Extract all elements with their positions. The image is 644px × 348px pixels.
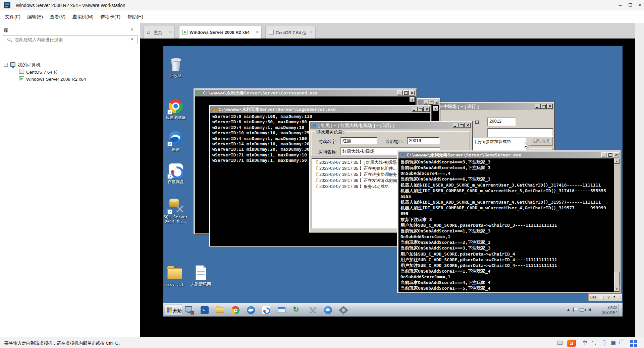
minimize-icon[interactable] — [397, 90, 403, 95]
language-bar-grip[interactable]: ⋮ — [619, 295, 623, 300]
fishing-window-titlebar[interactable]: 鱼-中级场 ] -- [ 运行 ] — [432, 103, 553, 110]
close-icon[interactable] — [424, 107, 430, 112]
gameserver-console-window[interactable]: C:\wwwww\永利无毒Server\Server\GameServer.ex… — [397, 150, 621, 293]
correspond-titlebar[interactable]: ↻ C:\wwwww\永利无毒Server\Server\Correspond.… — [195, 90, 416, 96]
taskbar-thunder-icon[interactable] — [246, 305, 256, 315]
menu-edit[interactable]: 编辑(E) — [24, 10, 46, 23]
punctuation-icon[interactable]: '， — [592, 340, 598, 346]
desktop-icon-thunder[interactable]: ↗ 迅雷 — [160, 130, 192, 152]
taskbar-tools-icon[interactable] — [308, 305, 318, 315]
close-icon[interactable] — [465, 123, 471, 128]
listen-port-box[interactable]: 20019 — [407, 137, 440, 144]
taskbar-server-manager-icon[interactable] — [184, 305, 194, 315]
game-name-box[interactable]: 红黑 — [340, 137, 377, 144]
scroll-down-icon[interactable]: ▼ — [614, 287, 620, 292]
language-bar[interactable]: CH ? ▼ ⋮ — [588, 293, 622, 301]
window-maximize-button[interactable]: ❐ — [625, 0, 635, 10]
menu-tabs[interactable]: 选项卡(T) — [98, 10, 123, 23]
shortcut-arrow-icon: ↗ — [167, 209, 172, 214]
close-icon[interactable] — [547, 104, 553, 109]
redblack-titlebar[interactable]: [ 红黑 ] -- [ 红黑大战-初级场 ] -- [ 运行 ] — [310, 122, 471, 129]
search-input[interactable] — [15, 37, 125, 43]
volume-tray-icon[interactable] — [588, 308, 591, 311]
logonserver-titlebar[interactable]: o- C:\wwwww\永利无毒Server\Server\LogonServe… — [210, 106, 430, 113]
port-value-box[interactable]: 26012 — [487, 118, 516, 126]
window-close-button[interactable]: ✕ — [635, 0, 644, 10]
minimize-icon[interactable] — [424, 100, 428, 105]
computer-icon — [10, 62, 15, 67]
gameserver-titlebar[interactable]: C:\wwwww\永利无毒Server\Server\GameServer.ex… — [398, 152, 620, 158]
maximize-icon[interactable] — [418, 107, 424, 112]
action-center-flag-icon[interactable] — [573, 307, 577, 312]
close-icon[interactable] — [434, 100, 438, 105]
minimize-icon[interactable] — [535, 104, 541, 109]
library-search-box[interactable]: ▼ — [3, 35, 138, 44]
maximize-icon[interactable] — [403, 90, 409, 95]
taskbar-messenger-icon[interactable] — [323, 305, 333, 315]
app-grid-icon[interactable] — [630, 340, 637, 347]
tab-close-icon[interactable]: × — [310, 29, 313, 34]
minimize-icon[interactable] — [601, 152, 607, 157]
show-hidden-icons[interactable]: ▲ — [567, 307, 570, 311]
tree-node-windows-server[interactable]: Windows Server 2008 R2 x64 — [26, 77, 86, 82]
menu-file[interactable]: 文件(F) — [2, 10, 23, 23]
tree-node-my-computer[interactable]: 我的计算机 — [18, 62, 41, 68]
start-button[interactable]: 开始 — [165, 304, 182, 316]
search-dropdown-caret[interactable]: ▼ — [130, 38, 134, 41]
keyboard-icon[interactable] — [611, 341, 615, 345]
tab-close-icon[interactable]: × — [256, 29, 259, 34]
taskbar-baidu-netdisk-icon[interactable] — [261, 305, 271, 315]
language-help-icon[interactable]: ? — [607, 295, 609, 299]
taskbar-window-app-icon[interactable] — [277, 305, 287, 315]
language-options-caret[interactable]: ▼ — [613, 295, 616, 298]
taskbar-green-recycle-icon[interactable]: ↻ — [292, 305, 302, 315]
desktop-icon-baidu-netdisk[interactable]: ↗ 百度网盘 — [160, 163, 192, 184]
maximize-icon[interactable] — [429, 100, 433, 105]
minimize-icon[interactable] — [412, 107, 418, 112]
scroll-up-icon[interactable]: ▲ — [614, 159, 620, 164]
maximize-icon[interactable] — [541, 104, 547, 109]
tab-windows-server[interactable]: Windows Server 2008 R2 x64 × — [179, 26, 262, 39]
taskbar-gear-icon[interactable] — [338, 305, 348, 315]
console-titlebar[interactable] — [418, 99, 439, 105]
menu-view[interactable]: 查看(V) — [47, 10, 68, 23]
taskbar-chrome-icon[interactable] — [230, 305, 240, 315]
desktop-icon-browser[interactable]: ↗ 极速浏览器 — [160, 98, 192, 120]
tree-expander-icon[interactable]: − — [4, 63, 8, 67]
room-name-box[interactable] — [487, 128, 553, 137]
minimize-icon[interactable] — [453, 123, 459, 128]
menu-help[interactable]: 帮助(H) — [124, 10, 146, 23]
maximize-icon[interactable] — [607, 152, 613, 157]
tree-node-centos[interactable]: CentOS 7 64 位 — [26, 69, 58, 75]
keyboard-layout-icon[interactable] — [599, 296, 603, 299]
network-tray-icon[interactable] — [580, 308, 584, 311]
tab-centos[interactable]: CentOS 7 64 位 × — [265, 26, 316, 39]
desktop-icon-dapeng[interactable]: 大鹏源码网 — [185, 265, 217, 286]
taskbar-powershell-icon[interactable]: >_ — [200, 305, 210, 315]
desktop-icon-sql-server[interactable]: ↗ SQL Server 2014 Ma.. — [160, 198, 192, 224]
scroll-up-icon[interactable]: ▲ — [433, 106, 438, 111]
menu-vm[interactable]: 虚拟机(M) — [70, 10, 96, 23]
device-hdd-icon[interactable] — [557, 341, 563, 345]
show-desktop-button[interactable] — [618, 304, 621, 316]
chinese-mode-icon[interactable]: 中 — [583, 340, 587, 346]
vm-console-area[interactable]: 回收站 ↗ 极速浏览器 ↗ 迅雷 ↗ 百度网盘 ↗ SQL Server 201… — [140, 39, 635, 337]
close-icon[interactable] — [613, 152, 619, 157]
sogou-input-icon[interactable]: S — [567, 340, 576, 347]
start-service-button[interactable]: 启动服务 — [530, 137, 553, 146]
tab-home[interactable]: ⌂ 主页 × — [143, 26, 175, 39]
toolbox-icon[interactable] — [620, 341, 624, 344]
scrollbar-thumb[interactable] — [614, 272, 620, 286]
microphone-icon[interactable] — [603, 340, 605, 344]
maximize-icon[interactable] — [459, 123, 465, 128]
close-icon[interactable] — [409, 90, 415, 95]
scroll-up-icon[interactable]: ▲ — [410, 97, 415, 102]
taskbar-explorer-icon[interactable] — [215, 305, 225, 315]
desktop-icon-recycle-bin[interactable]: 回收站 — [160, 57, 192, 78]
taskbar-clock[interactable]: 20:22 2023/3/7 — [602, 305, 617, 315]
library-close-icon[interactable]: × — [130, 27, 133, 32]
window-minimize-button[interactable]: ─ — [615, 0, 625, 10]
scrollbar[interactable]: ▲ ▼ — [614, 158, 620, 292]
tab-close-icon[interactable]: × — [169, 29, 172, 34]
language-indicator[interactable]: CH — [590, 295, 596, 299]
